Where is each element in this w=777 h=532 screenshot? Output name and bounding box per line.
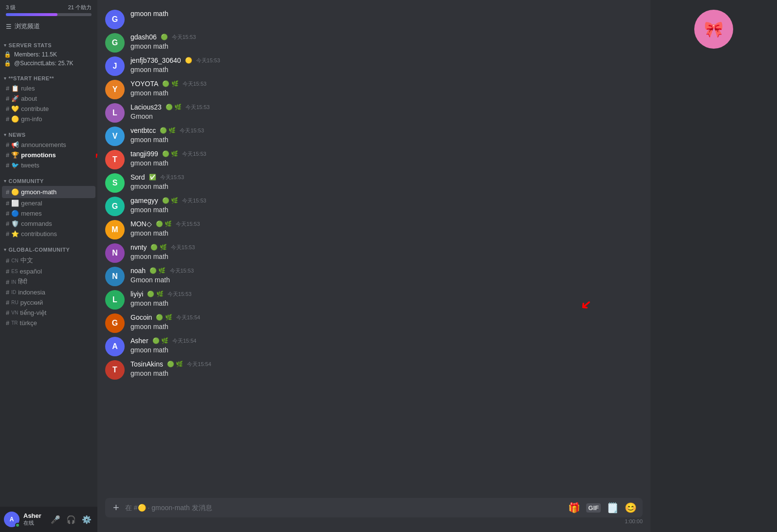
message-header: jenfjb736_30640 🟡 今天15:53: [130, 56, 643, 64]
avatar: Y: [105, 80, 125, 99]
channel-rules[interactable]: # 📋 rules: [2, 83, 95, 93]
channel-russian[interactable]: # RU русский: [2, 297, 95, 308]
settings-button[interactable]: ⚙️: [80, 513, 93, 526]
message-header: tangji999 🟢 🌿 今天15:53: [130, 150, 643, 158]
start-here-header[interactable]: ▾ **START HERE**: [0, 68, 97, 83]
channel-hindi-label: हिंदी: [18, 278, 92, 286]
channel-announcements[interactable]: # 📢 announcements: [2, 140, 95, 150]
timestamp: 今天15:54: [172, 337, 197, 345]
members-stat: 🔒 Members: 11.5K: [0, 50, 97, 59]
message-header: YOYOTA 🟢 🌿 今天15:53: [130, 80, 643, 88]
channel-contributions-label: contributions: [21, 230, 92, 238]
timestamp: 今天15:54: [187, 361, 211, 368]
username[interactable]: noah: [130, 267, 146, 275]
message-text: gmoon math: [130, 159, 643, 168]
message-text: gmoon math: [130, 299, 643, 309]
message-header: gmoon math: [130, 10, 643, 18]
succinct-labs-count: @SuccinctLabs: 25.7K: [14, 60, 74, 67]
channel-chinese-label: 中文: [20, 256, 92, 265]
channel-spanish[interactable]: # ES español: [2, 266, 95, 276]
avatar: N: [105, 243, 125, 263]
channel-turkish[interactable]: # TR türkçe: [2, 318, 95, 328]
right-panel-avatar: 🎀: [694, 10, 733, 49]
hash-icon-ann: #: [6, 141, 9, 148]
username[interactable]: gamegyy: [130, 197, 158, 204]
community-header[interactable]: ▾ COMMUNITY: [0, 170, 97, 186]
user-controls: 🎤 🎧 ⚙️: [49, 513, 93, 526]
channel-about[interactable]: # 🚀 about ↓: [2, 93, 95, 104]
message-header: gamegyy 🟢 🌿 今天15:53: [130, 197, 643, 204]
timestamp: 今天15:53: [183, 80, 207, 88]
news-header[interactable]: ▾ NEWS: [0, 124, 97, 140]
channel-promotions[interactable]: # 🏆 promotions ↙: [2, 150, 95, 160]
message-text: Gmoon math: [130, 275, 643, 285]
lock-icon-2: 🔒: [4, 60, 11, 67]
message-item: V ventbtcc 🟢 🌿 今天15:53 gmoon math: [97, 125, 650, 148]
username[interactable]: Lacious23: [130, 103, 162, 111]
username[interactable]: liyiyi: [130, 290, 143, 298]
username[interactable]: tangji999: [130, 150, 158, 158]
hash-icon-gm-info: #: [6, 115, 9, 123]
emoji-icon[interactable]: 😊: [625, 502, 637, 514]
channel-gm-info[interactable]: # 🟡 gm-info: [2, 114, 95, 124]
username-tosinakins[interactable]: TosinAkins: [130, 360, 163, 368]
channel-gmoon-math[interactable]: # 🟡 gmoon-math ⊕: [2, 186, 95, 198]
sticker-icon[interactable]: 🗒️: [607, 502, 619, 514]
badge: 🟢 🌿: [147, 291, 163, 297]
news-label: NEWS: [9, 132, 26, 138]
username[interactable]: ventbtcc: [130, 127, 156, 134]
chat-input[interactable]: [125, 498, 564, 517]
username[interactable]: gdash06: [130, 33, 157, 41]
badge: 🟢 🌿: [162, 197, 178, 204]
channel-memes[interactable]: # 🔵 memes: [2, 208, 95, 219]
channel-gmoon-math-label: gmoon-math: [21, 188, 83, 196]
message-content: Lacious23 🟢 🌿 今天15:53 Gmoon: [130, 103, 643, 122]
username[interactable]: Sord: [130, 173, 145, 181]
channel-chinese[interactable]: # CN 中文: [2, 255, 95, 266]
user-area: A Asher 在线 🎤 🎧 ⚙️: [0, 507, 97, 532]
level-bar-background: [6, 13, 92, 16]
username-asher[interactable]: Asher: [130, 337, 148, 345]
avatar-tosinakins: T: [105, 360, 125, 380]
username[interactable]: nvnty: [130, 243, 147, 251]
gif-icon[interactable]: GIF: [586, 503, 601, 513]
channel-spanish-label: español: [20, 268, 92, 275]
channel-commands[interactable]: # 🛡️ commands: [2, 219, 95, 229]
channel-indonesia[interactable]: # ID indonesia: [2, 287, 95, 297]
user-status: 在线: [23, 519, 45, 527]
username[interactable]: jenfjb736_30640: [130, 56, 181, 64]
hash-icon-gm: #: [6, 188, 9, 196]
gift-icon[interactable]: 🎁: [568, 502, 580, 514]
message-item: G gdash06 🟢 今天15:53 gmoon math: [97, 31, 650, 55]
message-content: Gocoin 🟢 🌿 今天15:54 gmoon math: [130, 313, 643, 332]
username[interactable]: MON◇: [130, 220, 152, 228]
hash-icon-cn: #: [6, 257, 9, 264]
server-stats-header[interactable]: ▾ SERVER STATS: [0, 35, 97, 50]
username[interactable]: gmoon math: [130, 10, 168, 18]
deafen-button[interactable]: 🎧: [64, 513, 78, 526]
hash-icon-about: #: [6, 95, 9, 102]
add-attachment-button[interactable]: +: [111, 501, 121, 514]
lock-icon: 🔒: [4, 51, 11, 58]
channel-tweets[interactable]: # 🐦 tweets: [2, 160, 95, 170]
username-gocoin[interactable]: Gocoin: [130, 313, 152, 321]
browse-channels-button[interactable]: ☰ 浏览频道: [0, 18, 97, 35]
channel-hindi[interactable]: # IN हिंदी: [2, 276, 95, 287]
channel-general[interactable]: # ⬜ general: [2, 198, 95, 208]
channel-contribute[interactable]: # 💛 contribute: [2, 104, 95, 114]
message-header: liyiyi 🟢 🌿 今天15:53: [130, 290, 643, 298]
message-item: N nvnty 🟢 🌿 今天15:53 gmoon math: [97, 241, 650, 265]
avatar: G: [105, 197, 125, 216]
hash-icon-contribute: #: [6, 105, 9, 112]
message-header: noah 🟢 🌿 今天15:53: [130, 267, 643, 275]
channel-vietnamese[interactable]: # VN tiếng-việt: [2, 308, 95, 318]
avatar: S: [105, 173, 125, 193]
timestamp: 今天15:53: [176, 220, 200, 228]
global-community-header[interactable]: ▾ GLOBAL-COMMUNITY: [0, 239, 97, 255]
mute-button[interactable]: 🎤: [49, 513, 62, 526]
badge: 🟢: [161, 34, 168, 40]
username[interactable]: YOYOTA: [130, 80, 158, 88]
hash-icon-es: #: [6, 268, 9, 275]
channel-contributions[interactable]: # ⭐ contributions: [2, 229, 95, 239]
channel-indonesia-label: indonesia: [18, 289, 92, 296]
